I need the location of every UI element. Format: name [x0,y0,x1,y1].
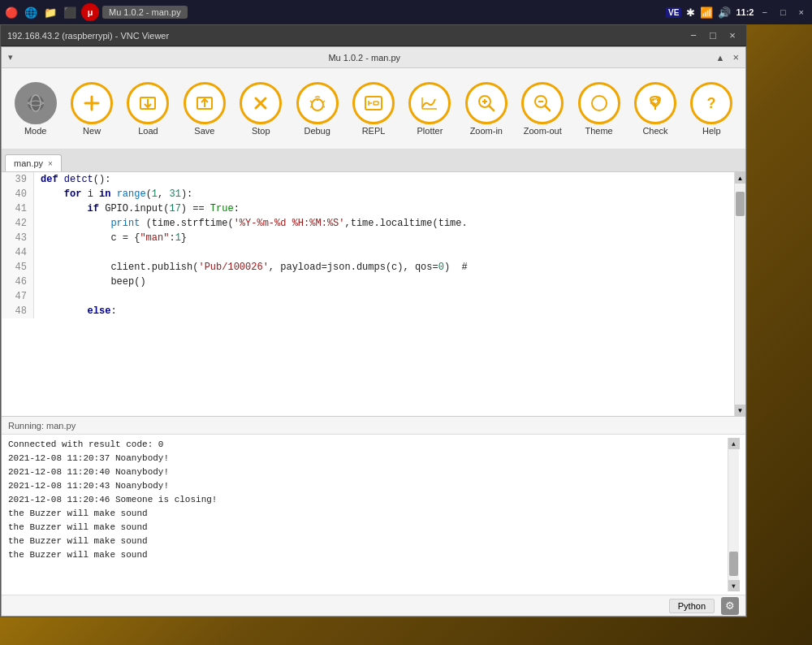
tray-ve-icon: VE [666,7,681,18]
mu-console: Running: man.py Connected with result co… [2,416,745,595]
console-scroll-down[interactable]: ▼ [728,580,740,591]
load-label: Load [138,126,158,136]
mu-titlebar: ▾ Mu 1.0.2 - man.py ▲ × [2,47,745,68]
zoom-out-label: Zoom-out [524,126,562,136]
console-scroll-thumb[interactable] [729,552,738,576]
vnc-title: 192.168.43.2 (raspberrypi) - VNC Viewer [7,31,681,41]
tray-volume-icon: 🔊 [718,6,731,19]
theme-button[interactable]: Theme [572,79,626,139]
mode-button[interactable]: Mode [8,79,63,139]
stop-button[interactable]: Stop [234,79,288,139]
line-num-45: 45 [2,260,34,275]
help-button[interactable]: ? Help [685,79,739,139]
console-line-3: 2021-12-08 11:20:43 Noanybody! [8,479,728,493]
taskbar-mu-icon[interactable]: μ [81,3,99,21]
console-line-7: the Buzzer will make sound [8,535,728,548]
mu-editor: 39 def detct(): 40 for i in range(1, 31)… [2,172,745,416]
mu-wm-btn-expand[interactable]: ▲ [716,53,725,63]
mu-wm-btn-collapse[interactable]: ▾ [8,52,13,63]
line-code-40: for i in range(1, 31): [34,187,192,201]
line-num-46: 46 [2,275,34,289]
svg-line-15 [310,106,312,107]
load-button[interactable]: Load [121,79,175,139]
new-label: New [83,126,101,136]
repl-label: REPL [362,126,386,136]
scroll-down-arrow[interactable]: ▼ [735,405,746,416]
code-area[interactable]: 39 def detct(): 40 for i in range(1, 31)… [2,172,734,416]
mu-statusbar: Python ⚙ [2,595,745,616]
console-scroll-up[interactable]: ▲ [728,438,740,449]
mu-toolbar: Mode New Load [2,68,745,149]
taskbar-terminal-icon[interactable]: ⬛ [62,6,78,19]
svg-point-34 [657,98,659,101]
svg-point-30 [592,96,607,110]
new-button[interactable]: New [64,79,119,139]
tab-man-py[interactable]: man.py × [5,154,62,171]
mu-window: ▾ Mu 1.0.2 - man.py ▲ × Mode [1,46,746,617]
save-button[interactable]: Save [177,79,231,139]
taskbar-globe-icon[interactable]: 🌐 [23,6,39,19]
repl-button[interactable]: REPL [346,79,400,139]
line-num-42: 42 [2,216,34,231]
desktop: 🔴 🌐 📁 ⬛ μ Mu 1.0.2 - man.py VE ✱ 📶 🔊 11:… [0,0,812,645]
console-line-5: the Buzzer will make sound [8,507,728,521]
zoom-out-button[interactable]: Zoom-out [516,79,570,139]
line-code-41: if GPIO.input(17) == True: [34,201,240,216]
mode-icon [15,82,57,124]
mu-tabs: man.py × [2,149,745,172]
console-line-2: 2021-12-08 11:20:40 Noanybody! [8,465,728,479]
console-text[interactable]: Connected with result code: 0 2021-12-08… [8,438,728,591]
tab-close-btn[interactable]: × [48,159,53,168]
vnc-close-btn[interactable]: × [725,29,740,41]
svg-point-0 [28,95,44,111]
settings-gear-btn[interactable]: ⚙ [721,597,739,615]
debug-button[interactable]: Debug [290,79,344,139]
taskbar-files-icon[interactable]: 📁 [42,6,58,19]
svg-line-13 [310,101,312,102]
repl-icon [352,82,395,124]
console-scrollbar[interactable]: ▲ ▼ [728,438,739,591]
check-button[interactable]: Check [628,79,682,139]
line-num-48: 48 [2,304,34,318]
zoom-in-icon [465,82,508,124]
vnc-minimize-btn[interactable]: − [686,29,701,41]
tab-label: man.py [14,158,43,168]
vnc-maximize-btn[interactable]: □ [706,29,720,41]
code-line-43: 43 c = {"man":1} [2,231,734,245]
svg-text:?: ? [707,95,716,111]
editor-scrollbar[interactable]: ▲ ▼ [734,172,745,416]
plotter-button[interactable]: Plotter [403,79,457,139]
save-label: Save [194,126,214,136]
svg-point-33 [652,98,654,101]
scroll-thumb[interactable] [736,192,745,216]
scroll-track[interactable] [735,184,745,405]
debug-label: Debug [304,126,330,136]
code-line-46: 46 beep() [2,275,734,289]
taskbar-close[interactable]: × [794,6,809,19]
line-num-44: 44 [2,245,34,260]
code-line-39: 39 def detct(): [2,172,734,187]
taskbar-vnc-item[interactable]: Mu 1.0.2 - man.py [102,6,188,19]
code-line-40: 40 for i in range(1, 31): [2,187,734,201]
code-line-48: 48 else: [2,304,734,318]
help-label: Help [702,126,721,136]
taskbar-raspberry-icon[interactable]: 🔴 [3,6,19,19]
console-line-0: Connected with result code: 0 [8,438,728,452]
zoom-in-button[interactable]: Zoom-in [459,79,513,139]
taskbar-maximize[interactable]: □ [775,6,791,19]
code-line-42: 42 print (time.strftime('%Y-%m-%d %H:%M:… [2,216,734,231]
vnc-titlebar: 192.168.43.2 (raspberrypi) - VNC Viewer … [1,25,746,46]
taskbar-minimize[interactable]: − [757,6,771,19]
help-icon: ? [690,82,732,124]
zoom-out-icon [521,82,564,124]
scroll-up-arrow[interactable]: ▲ [735,172,746,184]
tray-wifi-icon: 📶 [700,6,713,19]
zoom-in-label: Zoom-in [470,126,503,136]
mu-title: Mu 1.0.2 - man.py [18,53,711,63]
line-code-45: client.publish('Pub/100026', payload=jso… [34,260,468,275]
stop-label: Stop [252,126,270,136]
console-scroll-track[interactable] [728,449,739,580]
mu-wm-btn-close[interactable]: × [732,51,739,63]
console-line-1: 2021-12-08 11:20:37 Noanybody! [8,452,728,465]
line-num-39: 39 [2,172,34,187]
